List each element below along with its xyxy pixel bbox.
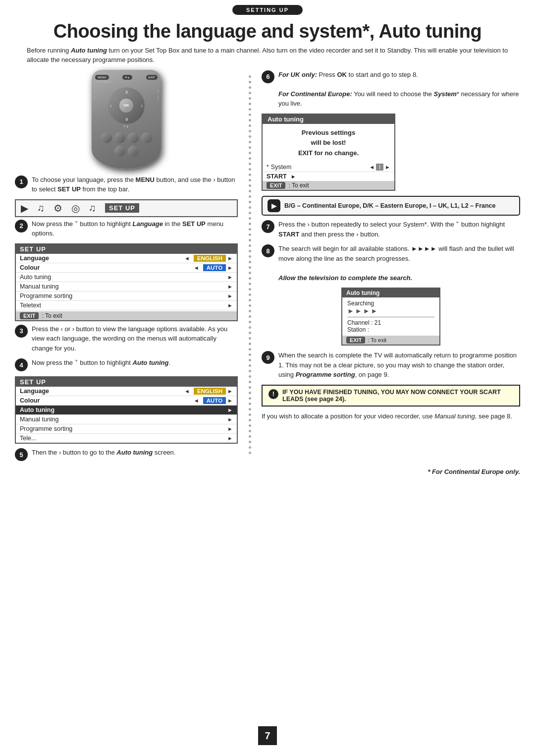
at-start-arrow: ► xyxy=(291,174,296,179)
at-system-value: I xyxy=(376,164,383,171)
dot-14 xyxy=(249,146,251,149)
setup-row-value-language-2: ENGLISH xyxy=(194,388,226,395)
remote-body: MENU P▲ EXIT DVD MENU ‹ › ‹ › xyxy=(92,70,161,169)
dot-65 xyxy=(249,424,251,427)
dot-49 xyxy=(249,337,251,340)
at-line-2: will be lost! xyxy=(311,139,346,146)
sb-header: Auto tuning xyxy=(342,289,439,297)
setup-row-tele-2: Tele... ► xyxy=(16,434,237,443)
setup-arrow-right-language-2: ► xyxy=(227,388,233,394)
dot-20 xyxy=(249,179,251,181)
continent-note: ▶ B/G – Continental Europe, D/K – Easter… xyxy=(262,196,520,216)
warning-icon: ! xyxy=(268,389,278,399)
p-up-button: P▲ xyxy=(122,75,132,80)
dot-57 xyxy=(249,381,251,383)
setup-arrow-right-autotuning-1: ► xyxy=(227,274,233,280)
setup-row-label-sorting-2: Programme sorting xyxy=(20,425,227,432)
dot-54 xyxy=(249,364,251,367)
dot-16 xyxy=(249,157,251,160)
at-arrow-left: ◄ xyxy=(369,164,374,170)
setup-arrow-left-language-2: ◄ xyxy=(184,388,190,394)
dot-48 xyxy=(249,332,251,334)
dot-19 xyxy=(249,174,251,176)
dot-21 xyxy=(249,184,251,187)
setup-row-label-autotuning-2: Auto tuning xyxy=(20,407,227,413)
step-1: 1 To choose your language, press the MEN… xyxy=(15,175,238,194)
step-6: 6 For UK only: Press OK to start and go … xyxy=(262,70,520,109)
at-body: Previous settings will be lost! EXIT for… xyxy=(263,124,394,163)
exit-btn-1: EXIT xyxy=(20,312,39,319)
step-8-number: 8 xyxy=(262,244,274,257)
remote-illustration: MENU P▲ EXIT DVD MENU ‹ › ‹ › xyxy=(15,70,238,169)
nav-dn-arrow: ∨ xyxy=(125,116,128,122)
dot-12 xyxy=(249,135,251,138)
setup-icon-bar: ▶ ♫ ⚙ ◎ ♫ SET UP xyxy=(15,199,238,217)
setup-row-label-language-1: Language xyxy=(20,255,184,262)
nav-ring: ∧ ∨ ‹ › OK xyxy=(108,87,145,124)
setup-row-value-language-1: ENGLISH xyxy=(194,255,226,262)
dot-62 xyxy=(249,408,251,410)
setup-menu-1: SET UP Language ◄ ENGLISH ► Colour ◄ AUT… xyxy=(15,243,238,321)
dot-1 xyxy=(249,75,251,78)
setup-arrow-right-colour-1: ► xyxy=(227,265,233,271)
at-line-3: EXIT for no change. xyxy=(298,149,359,157)
setup-bar-label: SET UP xyxy=(105,203,139,213)
setup-menu-2: SET UP Language ◄ ENGLISH ► Colour ◄ AUT… xyxy=(15,376,238,444)
warning-box: ! IF YOU HAVE FINISHED TUNING, YOU MAY N… xyxy=(262,385,520,407)
dot-31 xyxy=(249,239,251,241)
step-1-text: To choose your language, press the MENU … xyxy=(32,175,238,194)
dot-26 xyxy=(249,212,251,214)
step-6-number: 6 xyxy=(262,70,274,83)
settings-icon: ⚙ xyxy=(54,202,62,214)
dot-42 xyxy=(249,299,251,301)
setup-row-colour-2: Colour ◄ AUTO ► xyxy=(16,396,237,406)
step-2-text: Now press the ˅ button to highlight Lang… xyxy=(32,219,238,238)
ok-button: OK xyxy=(119,99,133,113)
dot-37 xyxy=(249,272,251,274)
dot-55 xyxy=(249,370,251,372)
nav-rt-arrow: › xyxy=(141,103,143,108)
auto-tuning-box: Auto tuning Previous settings will be lo… xyxy=(262,114,395,191)
dot-45 xyxy=(249,315,251,318)
setup-arrow-right-language-1: ► xyxy=(227,255,233,261)
audio-icon: ♫ xyxy=(89,202,96,214)
setup-row-autotuning-2-highlighted: Auto tuning ► xyxy=(16,406,237,415)
nav-ring-wrap: ∧ ∨ ‹ › OK xyxy=(92,83,161,124)
setup-row-label-sorting-1: Programme sorting xyxy=(20,292,227,299)
step-7: 7 Press the › button repeatedly to selec… xyxy=(262,220,520,239)
dot-35 xyxy=(249,261,251,263)
ch-down-arrow: › xyxy=(158,95,159,100)
dot-52 xyxy=(249,353,251,356)
dot-11 xyxy=(249,130,251,132)
step-8-text: The search will begin for all available … xyxy=(278,244,520,283)
dot-4 xyxy=(249,92,251,94)
step-3-text: Press the ‹ or › button to view the lang… xyxy=(32,324,238,353)
step-7-text: Press the › button repeatedly to select … xyxy=(278,220,520,239)
dot-22 xyxy=(249,190,251,192)
dot-25 xyxy=(249,206,251,209)
sb-exit-text: : To exit xyxy=(368,337,386,343)
setup-menu-1-header: SET UP xyxy=(16,244,237,254)
dot-66 xyxy=(249,430,251,432)
dot-41 xyxy=(249,293,251,296)
setup-row-language-2: Language ◄ ENGLISH ► xyxy=(16,387,237,396)
setup-row-label-colour-1: Colour xyxy=(20,264,194,271)
at-exit-btn: EXIT xyxy=(267,182,285,189)
dot-33 xyxy=(249,250,251,252)
warning-text: IF YOU HAVE FINISHED TUNING, YOU MAY NOW… xyxy=(282,389,513,403)
setup-row-colour-1: Colour ◄ AUTO ► xyxy=(16,263,237,273)
setup-arrow-right-manualtuning-2: ► xyxy=(227,416,233,422)
sb-exit-btn: EXIT xyxy=(346,337,365,344)
at-start-label: START xyxy=(267,173,287,180)
step-2-number: 2 xyxy=(15,220,28,233)
dot-6 xyxy=(249,103,251,105)
dot-29 xyxy=(249,228,251,231)
setup-arrow-right-sorting-2: ► xyxy=(227,426,233,432)
nav-lt-arrow: ‹ xyxy=(110,103,111,108)
sb-progress: ►►►► xyxy=(347,307,434,315)
manual-tuning-note: If you wish to allocate a position for y… xyxy=(262,411,520,421)
setup-arrow-right-tele-2: ► xyxy=(227,435,233,441)
at-star: * xyxy=(267,164,271,171)
ch-arrows: ‹ › xyxy=(158,88,159,100)
menu-button: MENU xyxy=(95,75,109,80)
